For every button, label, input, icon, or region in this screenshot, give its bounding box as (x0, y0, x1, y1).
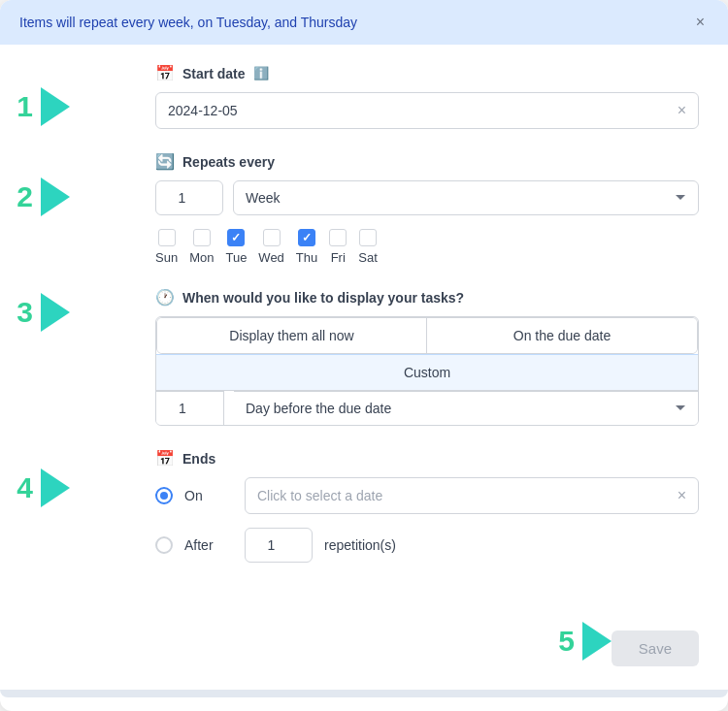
custom-button[interactable]: Custom (156, 354, 698, 391)
custom-row: Day before the due date Week before the … (156, 391, 698, 425)
day-thu-checkbox[interactable] (298, 229, 315, 246)
ends-after-option: After repetition(s) (155, 528, 699, 563)
display-all-now-button[interactable]: Display them all now (157, 318, 427, 353)
ends-calendar-icon: 📅 (155, 449, 175, 468)
banner-text: Items will repeat every week, on Tuesday… (19, 15, 357, 30)
ends-after-input[interactable] (245, 528, 313, 563)
display-section: 🕐 When would you like to display your ta… (155, 288, 699, 426)
day-fri: Fri (329, 229, 347, 265)
ends-on-option: On Click to select a date × (155, 477, 699, 514)
repeat-icon: 🔄 (155, 152, 175, 171)
day-sun-checkbox[interactable] (158, 229, 176, 246)
banner-close-button[interactable]: × (692, 14, 709, 31)
ends-after-radio[interactable] (155, 536, 173, 554)
days-row: Sun Mon Tue Wed (155, 229, 699, 265)
day-tue-checkbox[interactable] (227, 229, 245, 246)
ends-header: 📅 Ends (155, 449, 699, 468)
ends-section: 📅 Ends On Click to select a date × (155, 449, 699, 563)
notification-banner: Items will repeat every week, on Tuesday… (0, 0, 728, 45)
display-header: 🕐 When would you like to display your ta… (155, 288, 699, 307)
bottom-bar (0, 690, 728, 697)
day-thu: Thu (296, 229, 317, 265)
repeats-row: Week Day Month Year (155, 180, 699, 215)
start-date-field[interactable]: × (155, 92, 699, 129)
display-on-due-date-button[interactable]: On the due date (427, 318, 697, 353)
day-sat-checkbox[interactable] (359, 229, 377, 246)
ends-on-placeholder: Click to select a date (257, 488, 382, 503)
day-thu-label: Thu (296, 250, 317, 265)
custom-number-input[interactable] (156, 391, 224, 425)
day-mon-label: Mon (189, 250, 214, 265)
day-tue: Tue (225, 229, 247, 265)
day-sun: Sun (155, 229, 178, 265)
ends-options: On Click to select a date × After repeti… (155, 477, 699, 563)
repeats-period-select[interactable]: Week Day Month Year (233, 180, 699, 215)
info-icon: ℹ️ (253, 66, 269, 81)
day-wed: Wed (258, 229, 284, 265)
day-tue-label: Tue (225, 250, 247, 265)
custom-option-select[interactable]: Day before the due date Week before the … (234, 391, 698, 425)
start-date-label: Start date (182, 66, 246, 81)
repetitions-label: repetition(s) (324, 537, 396, 553)
repeats-section: 🔄 Repeats every Week Day Month Year (155, 152, 699, 265)
day-sun-label: Sun (155, 250, 178, 265)
day-mon-checkbox[interactable] (193, 229, 211, 246)
day-wed-checkbox[interactable] (263, 229, 281, 246)
repeats-header: 🔄 Repeats every (155, 152, 699, 171)
ends-on-label: On (184, 488, 233, 503)
repeats-label: Repeats every (182, 154, 275, 170)
repeats-number-input[interactable] (155, 180, 223, 215)
day-wed-label: Wed (258, 250, 284, 265)
ends-on-date-field[interactable]: Click to select a date × (245, 477, 699, 514)
save-button[interactable]: Save (612, 630, 699, 666)
calendar-icon: 📅 (155, 64, 175, 82)
ends-on-clear-button[interactable]: × (678, 487, 686, 504)
day-sat: Sat (358, 229, 378, 265)
start-date-clear-button[interactable]: × (678, 102, 686, 119)
ends-label: Ends (182, 451, 215, 467)
display-buttons-row: Display them all now On the due date (156, 317, 698, 354)
ends-after-label: After (184, 537, 233, 553)
clock-icon: 🕐 (155, 288, 175, 307)
day-fri-checkbox[interactable] (329, 229, 347, 246)
start-date-input[interactable] (168, 103, 678, 118)
display-question: When would you like to display your task… (182, 290, 464, 306)
start-date-header: 📅 Start date ℹ️ (155, 64, 699, 82)
day-sat-label: Sat (358, 250, 378, 265)
footer: Save (0, 615, 728, 690)
ends-on-radio[interactable] (155, 487, 173, 504)
start-date-section: 📅 Start date ℹ️ × (155, 64, 699, 129)
display-options-wrapper: Display them all now On the due date Cus… (155, 316, 699, 426)
day-mon: Mon (189, 229, 214, 265)
day-fri-label: Fri (331, 250, 346, 265)
